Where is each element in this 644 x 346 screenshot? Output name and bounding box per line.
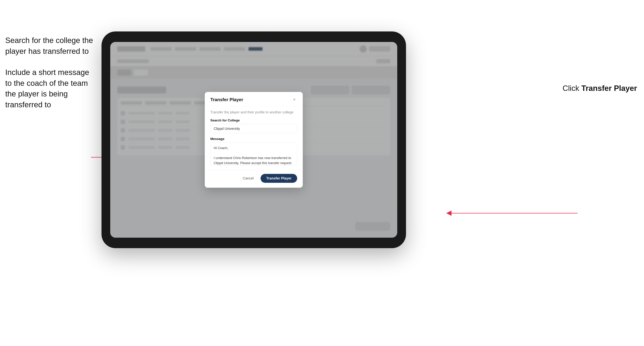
annotation-left-top: Search for the college the player has tr… [5,35,96,56]
transfer-player-modal: Transfer Player × Transfer the player an… [205,92,303,188]
modal-header: Transfer Player × [205,92,303,106]
transfer-player-button[interactable]: Transfer Player [260,174,297,183]
message-label: Message [210,137,297,141]
cancel-button[interactable]: Cancel [239,174,257,182]
search-college-label: Search for College [210,119,297,122]
annotation-left-bottom: Include a short message to the coach of … [5,67,96,110]
modal-close-button[interactable]: × [292,97,297,102]
modal-body: Transfer the player and their profile to… [205,106,303,170]
tablet-screen: Transfer Player × Transfer the player an… [110,42,397,238]
annotation-right: Click Transfer Player [562,84,637,93]
modal-overlay: Transfer Player × Transfer the player an… [110,42,397,238]
tablet-frame: Transfer Player × Transfer the player an… [102,31,406,248]
svg-marker-4 [446,211,452,216]
annotation-left: Search for the college the player has tr… [5,35,96,121]
annotation-right-text: Click [562,84,581,92]
search-college-input[interactable] [210,124,297,133]
modal-title: Transfer Player [210,97,243,102]
modal-footer: Cancel Transfer Player [205,170,303,188]
annotation-right-bold: Transfer Player [581,84,637,92]
message-textarea[interactable]: Hi Coach, I understand Chris Robertson h… [210,143,297,165]
modal-subtitle: Transfer the player and their profile to… [210,110,297,114]
